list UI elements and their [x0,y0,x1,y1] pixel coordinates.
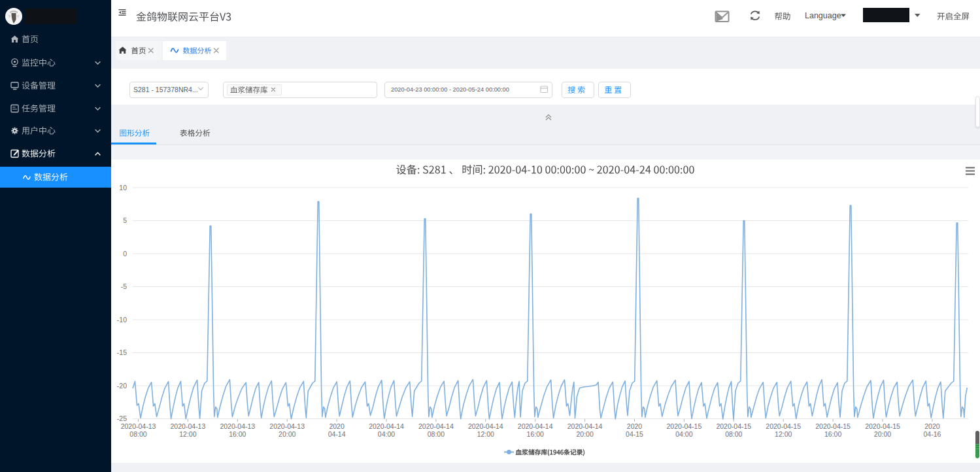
svg-text:2020-04-14: 2020-04-14 [567,422,603,430]
svg-text:16:00: 16:00 [824,430,841,438]
svg-text:2020-04-15: 2020-04-15 [815,422,851,430]
svg-text:20:00: 20:00 [576,430,593,438]
svg-text:2020-04-14: 2020-04-14 [518,422,553,430]
svg-text:08:00: 08:00 [428,430,445,438]
svg-text:12:00: 12:00 [179,430,196,438]
svg-text:2020-04-15: 2020-04-15 [716,422,751,430]
svg-text:04:00: 04:00 [378,430,395,438]
svg-text:2020-04-13: 2020-04-13 [171,422,206,430]
svg-text:2020-04-14: 2020-04-14 [418,422,454,430]
svg-text:0: 0 [123,250,127,258]
svg-text:-20: -20 [117,382,127,390]
svg-text:2020: 2020 [627,422,643,430]
svg-text:2020-04-13: 2020-04-13 [220,422,255,430]
svg-text:04-14: 04-14 [328,430,346,438]
svg-text:12:00: 12:00 [477,430,494,438]
svg-text:08:00: 08:00 [725,430,742,438]
svg-text:04:00: 04:00 [675,430,692,438]
svg-text:-5: -5 [121,282,127,290]
svg-text:-25: -25 [117,414,127,422]
svg-text:2020-04-14: 2020-04-14 [468,422,503,430]
svg-text:2020-04-15: 2020-04-15 [667,422,702,430]
svg-text:2020: 2020 [329,422,345,430]
svg-text:08:00: 08:00 [129,430,146,438]
svg-text:2020-04-14: 2020-04-14 [369,422,404,430]
svg-text:-10: -10 [117,316,127,324]
svg-text:5: 5 [123,216,127,224]
svg-text:12:00: 12:00 [775,430,792,438]
svg-text:2020-04-13: 2020-04-13 [269,422,305,430]
svg-text:2020-04-13: 2020-04-13 [121,422,156,430]
svg-text:04-15: 04-15 [626,430,643,438]
svg-text:2020-04-15: 2020-04-15 [766,422,801,430]
svg-text:20:00: 20:00 [279,430,296,438]
svg-text:10: 10 [119,184,127,192]
svg-text:16:00: 16:00 [527,430,544,438]
svg-text:20:00: 20:00 [874,430,891,438]
svg-text:2020-04-15: 2020-04-15 [865,422,900,430]
svg-text:04-16: 04-16 [923,430,941,438]
svg-text:-15: -15 [117,348,127,356]
svg-text:2020: 2020 [924,422,940,430]
svg-text:16:00: 16:00 [229,430,246,438]
